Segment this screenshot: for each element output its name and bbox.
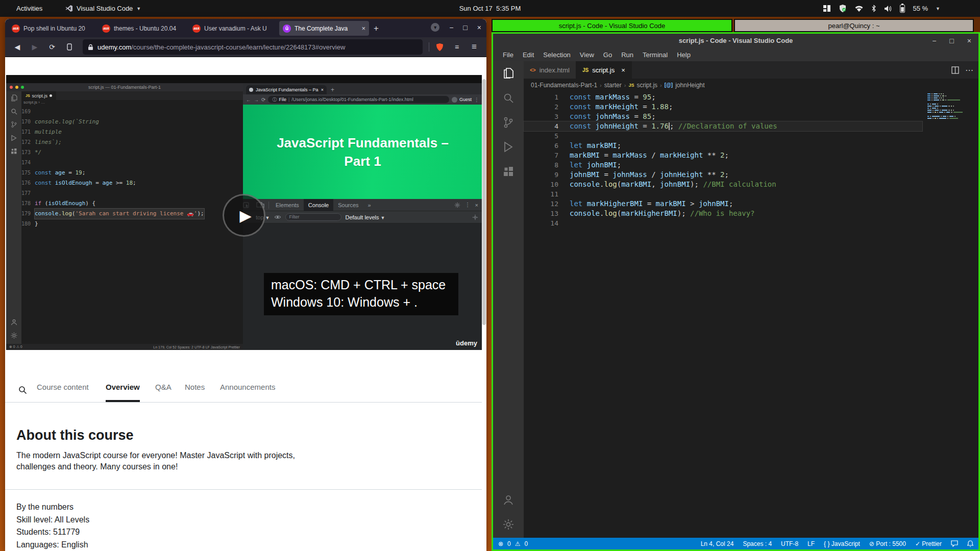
menu-go[interactable]: Go <box>599 51 617 59</box>
back-button[interactable]: ◀ <box>10 40 24 54</box>
menu-view[interactable]: View <box>575 51 599 59</box>
menu-run[interactable]: Run <box>617 51 638 59</box>
encoding[interactable]: UTF-8 <box>781 540 798 547</box>
tab-announcements[interactable]: Announcements <box>220 383 275 402</box>
breadcrumb-folder[interactable]: 01-Fundamentals-Part-1 <box>531 82 597 89</box>
split-editor-icon[interactable] <box>951 66 959 74</box>
app-menu[interactable]: Visual Studio Code ▼ <box>65 0 141 17</box>
code-line[interactable]: 173*/ <box>21 147 243 158</box>
code-line[interactable]: 172lines`); <box>21 137 243 147</box>
url-bar[interactable]: udemy.com/course/the-complete-javascript… <box>83 39 423 55</box>
run-debug-icon[interactable] <box>493 135 524 159</box>
stack-tab-terminal[interactable]: pearl@Quincy : ~ <box>734 19 974 32</box>
minimize-button[interactable]: − <box>449 23 453 32</box>
language-mode[interactable]: { } JavaScript <box>824 540 860 547</box>
search-icon[interactable] <box>493 86 524 110</box>
indentation[interactable]: Spaces : 4 <box>743 540 772 547</box>
code-line[interactable]: 1const markMass = 95; <box>524 92 922 102</box>
live-server-port[interactable]: ⊘ Port : 5500 <box>869 540 906 547</box>
code-line[interactable]: 14 <box>524 218 922 228</box>
list-all-tabs-button[interactable]: ▼ <box>431 23 439 32</box>
tab-overview[interactable]: Overview <box>106 383 140 402</box>
code-line[interactable]: 179 console.log('Sarah can start driving… <box>21 209 243 219</box>
bookmark-sidebar-button[interactable] <box>62 40 77 54</box>
explorer-icon[interactable] <box>493 61 524 86</box>
close-tab-icon[interactable]: × <box>621 66 625 74</box>
minimap[interactable] <box>927 93 972 122</box>
code-line[interactable]: 6let markBMI; <box>524 141 922 151</box>
code-line[interactable]: 180} <box>21 219 243 229</box>
close-button[interactable]: × <box>967 37 971 45</box>
code-editor[interactable]: 1const markMass = 95;2const markHeight =… <box>524 91 978 538</box>
code-line[interactable]: 7markBMI = markMass / markHeight ** 2; <box>524 151 922 160</box>
close-button[interactable]: × <box>477 23 481 32</box>
clock[interactable]: Sun Oct 17 5:35 PM <box>459 0 521 17</box>
maximize-button[interactable]: □ <box>463 23 467 32</box>
prettier-status[interactable]: ✓ Prettier <box>915 540 942 547</box>
menu-selection[interactable]: Selection <box>538 51 575 59</box>
code-line[interactable]: 169 <box>21 107 243 117</box>
code-line[interactable]: 176const isOldEnough = age >= 18; <box>21 178 243 188</box>
code-line[interactable]: 10console.log(markBMI, johnBMI); //BMI c… <box>524 180 922 189</box>
forward-button[interactable]: ▶ <box>28 40 42 54</box>
reload-button[interactable]: ⟳ <box>45 40 59 54</box>
hamburger-menu-button[interactable]: ≡ <box>467 40 481 54</box>
play-button[interactable]: ▶ <box>223 194 265 237</box>
browser-tab[interactable]: ask User vanadium - Ask U <box>189 21 279 36</box>
code-line[interactable]: 11 <box>524 189 922 199</box>
extensions-icon[interactable] <box>493 159 524 184</box>
tab-scriptjs-active[interactable]: JS script.js × <box>576 61 632 79</box>
tab-course-content[interactable]: Course content <box>37 383 89 402</box>
scrollbar[interactable] <box>482 57 486 551</box>
breadcrumb-symbol[interactable]: johnHeight <box>675 82 704 89</box>
bell-icon[interactable] <box>967 540 973 547</box>
code-line[interactable]: 3const johnMass = 85; <box>524 112 922 121</box>
minimize-button[interactable]: − <box>932 37 936 45</box>
breadcrumb[interactable]: 01-Fundamentals-Part-1 › starter › JS sc… <box>524 79 978 91</box>
settings-gear-icon[interactable] <box>493 512 524 537</box>
code-line[interactable]: 177 <box>21 188 243 198</box>
eol-sequence[interactable]: LF <box>807 540 815 547</box>
new-tab-button[interactable]: + <box>370 22 383 35</box>
brave-shield-button[interactable] <box>432 40 447 54</box>
browser-tab[interactable]: ask Pop shell in Ubuntu 20 <box>8 21 98 36</box>
breadcrumb-folder[interactable]: starter <box>604 82 622 89</box>
cursor-position[interactable]: Ln 4, Col 24 <box>701 540 734 547</box>
code-line[interactable]: 178if (isOldEnough) { <box>21 198 243 209</box>
code-line[interactable]: 8let johnBMI; <box>524 160 922 170</box>
menu-help[interactable]: Help <box>672 51 695 59</box>
breadcrumb-file[interactable]: script.js <box>636 82 657 89</box>
more-actions-icon[interactable]: ⋯ <box>965 65 973 75</box>
tab-notes[interactable]: Notes <box>185 383 205 402</box>
scrollbar-thumb[interactable] <box>482 79 486 325</box>
video-player[interactable]: script.js — 01-Fundamentals-Part-1 <box>6 75 482 350</box>
browser-tab-active[interactable]: ū The Complete Java × <box>279 21 369 36</box>
activities-button[interactable]: Activities <box>12 0 46 17</box>
system-tray[interactable]: 55 % ▼ <box>823 0 940 17</box>
stack-tab-vscode[interactable]: script.js - Code - Visual Studio Code <box>492 19 732 32</box>
code-line[interactable]: 13console.log(markHigherBMI); //Who is h… <box>524 209 922 218</box>
menu-edit[interactable]: Edit <box>518 51 538 59</box>
browser-tab[interactable]: ask themes - Ubuntu 20.04 <box>99 21 188 36</box>
reader-list-button[interactable]: ≡ <box>450 40 464 54</box>
menu-file[interactable]: File <box>498 51 518 59</box>
search-icon[interactable] <box>18 386 27 394</box>
account-icon[interactable] <box>493 488 524 512</box>
source-control-icon[interactable] <box>493 110 524 135</box>
problems-status[interactable]: ⊗0 ⚠0 <box>498 540 528 547</box>
close-tab-icon[interactable]: × <box>361 24 365 32</box>
maximize-button[interactable]: □ <box>949 37 953 45</box>
menu-terminal[interactable]: Terminal <box>638 51 672 59</box>
code-line[interactable]: 171multiple <box>21 127 243 137</box>
code-line[interactable]: 2const markHeight = 1.88; <box>524 102 922 112</box>
code-line[interactable]: 174 <box>21 158 243 168</box>
code-line[interactable]: 175const age = 19; <box>21 168 243 178</box>
code-line[interactable]: 9johnBMI = johnMass / johnHeight ** 2; <box>524 170 922 180</box>
code-line[interactable]: 170console.log(`String <box>21 117 243 127</box>
code-line[interactable]: 5 <box>524 131 922 141</box>
code-line[interactable]: 12let markHigherBMI = markBMI > johnBMI; <box>524 199 922 209</box>
tab-indexhtml[interactable]: <> index.html <box>524 61 576 79</box>
vscode-titlebar[interactable]: script.js - Code - Visual Studio Code − … <box>493 34 978 48</box>
code-line[interactable]: 4const johnHeight = 1.76; //Declaration … <box>524 121 922 131</box>
feedback-icon[interactable] <box>951 540 958 547</box>
